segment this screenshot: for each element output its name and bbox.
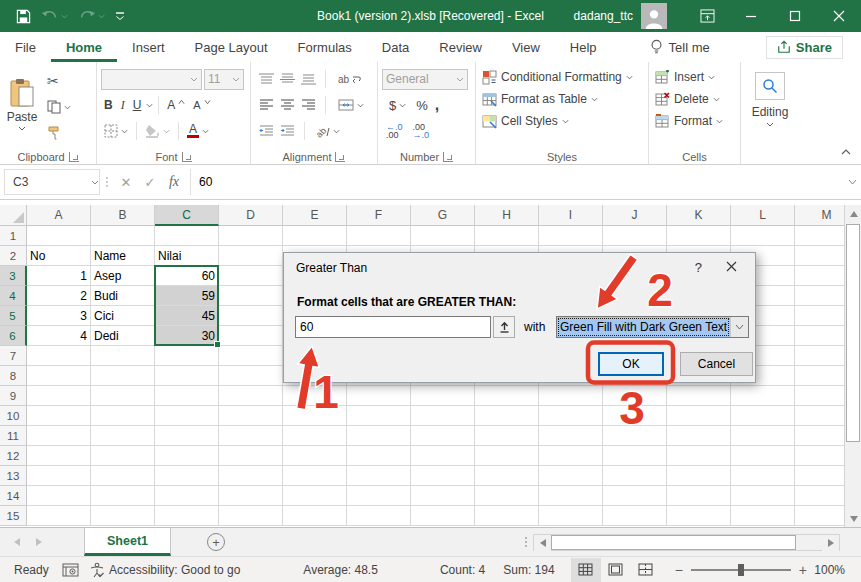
row-header-3[interactable]: 3 — [0, 266, 27, 286]
paste-button[interactable]: Paste — [4, 66, 40, 142]
align-middle-icon[interactable] — [280, 73, 295, 85]
cell-F15[interactable] — [347, 506, 411, 526]
cell-C1[interactable] — [155, 226, 219, 246]
scroll-right-icon[interactable] — [822, 535, 839, 552]
cell-A12[interactable] — [27, 446, 91, 466]
row-header-11[interactable]: 11 — [0, 426, 27, 446]
cell-I11[interactable] — [539, 426, 603, 446]
macro-record-icon[interactable] — [62, 563, 79, 577]
cell-A9[interactable] — [27, 386, 91, 406]
copy-button[interactable] — [44, 96, 92, 118]
horizontal-scroll-thumb[interactable] — [551, 535, 796, 550]
dialog-title-bar[interactable]: Greater Than ? — [284, 253, 755, 282]
cell-L10[interactable] — [731, 406, 795, 426]
cell-I12[interactable] — [539, 446, 603, 466]
cell-K10[interactable] — [667, 406, 731, 426]
zoom-in-icon[interactable]: + — [799, 562, 807, 578]
avatar[interactable] — [641, 3, 667, 29]
cell-B14[interactable] — [91, 486, 155, 506]
ribbon-tab-insert[interactable]: Insert — [117, 32, 180, 62]
cell-D4[interactable] — [219, 286, 283, 306]
cell-J12[interactable] — [603, 446, 667, 466]
status-count[interactable]: Count: 4 — [440, 563, 485, 577]
cell-H10[interactable] — [475, 406, 539, 426]
status-sum[interactable]: Sum: 194 — [503, 563, 554, 577]
expand-formula-bar-icon[interactable] — [843, 179, 861, 185]
cell-L13[interactable] — [731, 466, 795, 486]
row-header-9[interactable]: 9 — [0, 386, 27, 406]
align-bottom-icon[interactable] — [301, 73, 316, 85]
cell-M8[interactable] — [795, 366, 844, 386]
number-format-combo[interactable]: General — [382, 69, 468, 90]
redo-button[interactable] — [78, 10, 105, 23]
fill-color-button[interactable] — [142, 120, 173, 142]
column-header-C[interactable]: C — [155, 205, 219, 226]
cell-H13[interactable] — [475, 466, 539, 486]
decrease-indent-icon[interactable] — [259, 125, 274, 137]
cell-B10[interactable] — [91, 406, 155, 426]
row-header-8[interactable]: 8 — [0, 366, 27, 386]
cell-C14[interactable] — [155, 486, 219, 506]
cell-D5[interactable] — [219, 306, 283, 326]
cell-E10[interactable] — [283, 406, 347, 426]
cell-B15[interactable] — [91, 506, 155, 526]
merge-center-button[interactable] — [335, 94, 367, 116]
minimize-button[interactable] — [729, 0, 773, 32]
cell-A14[interactable] — [27, 486, 91, 506]
column-header-H[interactable]: H — [475, 205, 539, 226]
cell-A8[interactable] — [27, 366, 91, 386]
cell-B7[interactable] — [91, 346, 155, 366]
cell-C4[interactable]: 59 — [155, 286, 219, 306]
cell-M7[interactable] — [795, 346, 844, 366]
collapse-dialog-button[interactable] — [493, 316, 515, 338]
cell-B11[interactable] — [91, 426, 155, 446]
cell-H12[interactable] — [475, 446, 539, 466]
horizontal-scrollbar[interactable] — [533, 534, 840, 551]
next-sheet-icon[interactable] — [36, 538, 42, 546]
cell-C7[interactable] — [155, 346, 219, 366]
cell-B5[interactable]: Cici — [91, 306, 155, 326]
cell-D12[interactable] — [219, 446, 283, 466]
decrease-font-button[interactable]: A — [190, 94, 213, 116]
row-header-13[interactable]: 13 — [0, 466, 27, 486]
cell-M2[interactable] — [795, 246, 844, 266]
format-cells-button[interactable]: Format — [653, 110, 736, 132]
cell-E15[interactable] — [283, 506, 347, 526]
cell-G12[interactable] — [411, 446, 475, 466]
row-header-2[interactable]: 2 — [0, 246, 27, 266]
cell-A6[interactable]: 4 — [27, 326, 91, 346]
cell-E9[interactable] — [283, 386, 347, 406]
cell-H11[interactable] — [475, 426, 539, 446]
formula-input[interactable]: 60 — [190, 169, 843, 195]
cell-B3[interactable]: Asep — [91, 266, 155, 286]
column-header-M[interactable]: M — [795, 205, 844, 226]
align-top-icon[interactable] — [259, 73, 274, 85]
cell-F13[interactable] — [347, 466, 411, 486]
cell-D3[interactable] — [219, 266, 283, 286]
borders-button[interactable] — [101, 120, 131, 142]
dialog-launcher-icon[interactable] — [335, 152, 345, 162]
decrease-decimal-button[interactable]: .00→.0 — [413, 123, 430, 139]
undo-button[interactable] — [41, 10, 68, 23]
row-header-6[interactable]: 6 — [0, 326, 27, 346]
cell-L14[interactable] — [731, 486, 795, 506]
cell-K12[interactable] — [667, 446, 731, 466]
row-header-10[interactable]: 10 — [0, 406, 27, 426]
ribbon-tab-review[interactable]: Review — [424, 32, 497, 62]
cell-I14[interactable] — [539, 486, 603, 506]
column-header-B[interactable]: B — [91, 205, 155, 226]
underline-button[interactable]: U — [130, 94, 145, 116]
cell-D13[interactable] — [219, 466, 283, 486]
cell-G10[interactable] — [411, 406, 475, 426]
chevron-down-icon[interactable] — [730, 317, 748, 337]
cell-M6[interactable] — [795, 326, 844, 346]
tell-me-box[interactable]: Tell me — [650, 39, 710, 55]
dialog-help-icon[interactable]: ? — [695, 260, 702, 275]
comma-style-button[interactable]: , — [435, 96, 439, 114]
cell-M15[interactable] — [795, 506, 844, 526]
cell-C15[interactable] — [155, 506, 219, 526]
ribbon-tab-page-layout[interactable]: Page Layout — [180, 32, 283, 62]
cell-E11[interactable] — [283, 426, 347, 446]
collapse-ribbon-button[interactable] — [841, 144, 851, 158]
ribbon-tab-help[interactable]: Help — [555, 32, 612, 62]
